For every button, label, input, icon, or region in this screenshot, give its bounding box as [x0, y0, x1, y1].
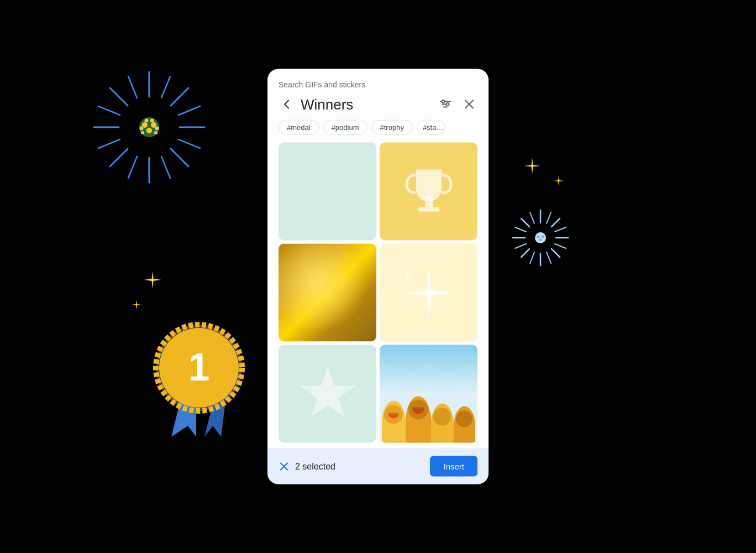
gif-grid	[267, 143, 489, 443]
svg-point-19	[146, 128, 152, 133]
svg-line-38	[515, 244, 526, 248]
svg-line-12	[98, 139, 120, 148]
svg-line-9	[161, 76, 170, 98]
gif-cell-3[interactable]	[279, 244, 376, 342]
sparkle-large-icon	[524, 158, 540, 174]
svg-point-42	[535, 232, 546, 243]
svg-point-45	[539, 239, 542, 242]
modal-header: Search GIFs and stickers Winners	[267, 69, 489, 120]
tag-podium[interactable]: #podium	[323, 120, 368, 135]
svg-point-17	[142, 122, 148, 128]
tag-trophy[interactable]: #trophy	[372, 120, 412, 135]
svg-line-10	[98, 106, 120, 115]
nav-left: Winners	[279, 96, 353, 113]
page-title: Winners	[301, 96, 353, 113]
svg-point-46	[156, 325, 242, 411]
trophy-icon	[404, 164, 454, 219]
gif-cell-6[interactable]	[380, 345, 477, 443]
svg-rect-59	[425, 196, 433, 207]
clear-x-icon	[279, 461, 290, 472]
svg-line-8	[128, 76, 137, 98]
svg-point-20	[140, 127, 144, 131]
svg-line-30	[521, 218, 529, 227]
svg-line-36	[515, 227, 526, 232]
star-icon	[297, 363, 358, 424]
tag-medal[interactable]: #medal	[279, 120, 319, 135]
svg-line-4	[110, 88, 128, 106]
tag-partial[interactable]: #sta…	[417, 120, 445, 135]
svg-point-49	[159, 328, 239, 408]
svg-marker-47	[171, 393, 196, 437]
svg-line-7	[171, 149, 188, 166]
svg-line-6	[110, 149, 128, 166]
svg-line-5	[171, 88, 188, 106]
svg-line-31	[552, 218, 560, 227]
svg-point-24	[141, 131, 144, 134]
svg-marker-48	[204, 393, 227, 437]
svg-rect-60	[418, 207, 439, 211]
gif-search-modal: Search GIFs and stickers Winners	[267, 69, 489, 484]
svg-point-43	[537, 236, 540, 238]
back-button[interactable]	[279, 96, 295, 113]
svg-point-21	[155, 127, 159, 131]
svg-line-37	[555, 227, 566, 232]
close-button[interactable]	[461, 96, 477, 113]
gif-cell-1[interactable]	[279, 143, 376, 241]
medal-decoration-icon: 1	[133, 288, 265, 437]
svg-text:1: 1	[188, 346, 210, 389]
close-icon	[463, 98, 475, 111]
svg-point-44	[542, 236, 544, 238]
selected-count: 2 selected	[295, 461, 335, 471]
svg-line-33	[552, 249, 560, 257]
nav-row: Winners	[279, 96, 477, 113]
svg-line-13	[179, 139, 200, 148]
svg-line-14	[128, 156, 137, 178]
tags-row: #medal #podium #trophy #sta…	[267, 120, 489, 143]
svg-line-40	[530, 252, 534, 263]
sparkle-left-small-icon	[132, 300, 141, 310]
search-label: Search GIFs and stickers	[279, 80, 477, 89]
svg-point-50	[156, 325, 242, 411]
gif-cell-5[interactable]	[279, 345, 376, 443]
blue-starburst-icon	[88, 66, 210, 188]
svg-line-41	[547, 252, 551, 263]
nav-right	[437, 96, 477, 113]
svg-line-15	[161, 156, 170, 178]
filter-button[interactable]	[437, 96, 454, 113]
back-arrow-icon	[281, 98, 293, 111]
svg-point-55	[442, 100, 445, 103]
sparkle-left-large-icon	[144, 271, 161, 289]
svg-line-39	[555, 244, 566, 248]
svg-line-11	[179, 106, 200, 115]
svg-point-56	[447, 103, 449, 106]
clear-selection-button[interactable]	[279, 461, 290, 472]
svg-line-35	[547, 212, 551, 223]
gif-cell-2[interactable]	[380, 143, 477, 241]
selected-info: 2 selected	[279, 461, 335, 472]
svg-point-25	[154, 131, 158, 134]
svg-point-16	[139, 117, 159, 137]
svg-line-34	[530, 212, 534, 223]
gif-cell-4[interactable]	[380, 244, 477, 342]
sparkles-icon	[393, 257, 465, 328]
bottom-bar: 2 selected Insert	[267, 448, 489, 484]
insert-button[interactable]: Insert	[430, 456, 477, 477]
svg-line-32	[521, 249, 529, 257]
svg-point-23	[150, 119, 154, 123]
filter-icon	[439, 98, 452, 111]
light-starburst-icon	[507, 205, 574, 271]
sparkle-small-icon	[554, 176, 564, 186]
svg-point-18	[151, 122, 156, 128]
svg-point-22	[145, 119, 149, 123]
